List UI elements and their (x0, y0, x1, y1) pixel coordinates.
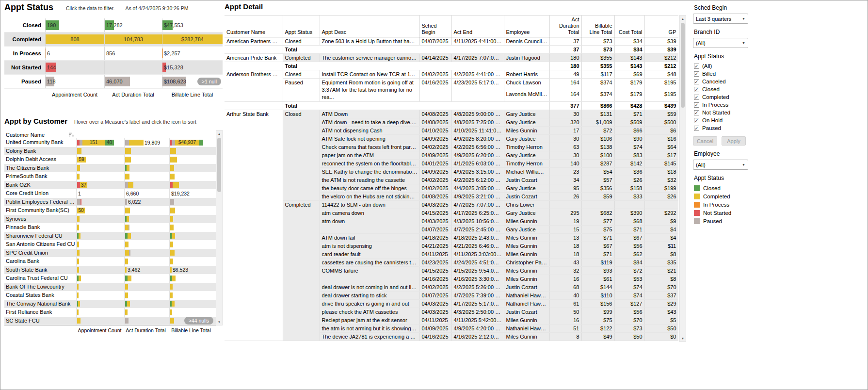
cost-total-cell[interactable]: $66 (614, 127, 644, 135)
customer-name[interactable]: Publix Employees Federal Credi... (4, 198, 76, 207)
customer-name[interactable]: Bank OZK (4, 181, 76, 190)
bar-segment[interactable] (125, 292, 128, 298)
status-bar-cell[interactable]: 856 (104, 47, 162, 60)
act-duration-cell[interactable]: 164 (549, 90, 581, 102)
sched-begin-cell[interactable]: 04/02/2025 (419, 176, 451, 184)
apply-button[interactable]: Apply (722, 136, 746, 146)
col-header-appt-desc[interactable]: Appt Desc (320, 16, 419, 37)
gp-cell[interactable]: $39 (644, 37, 678, 46)
billable-line-cell[interactable]: $374 (581, 90, 614, 102)
status-bar-cell[interactable]: 46,070 (104, 75, 162, 88)
act-end-cell[interactable]: 4/2/2025 5:26:00 PM (451, 283, 504, 292)
appt-desc-cell[interactable]: the atm is not arming but it is showing … (320, 325, 419, 333)
status-bar-cell[interactable]: $282,784 (162, 32, 223, 46)
employee-cell[interactable]: Dennis Councilm.. (504, 37, 549, 46)
billable-line-cell[interactable]: $57 (581, 176, 614, 184)
bar-segment[interactable] (78, 301, 80, 307)
act-end-cell[interactable]: 4/2/2025 4:41:00 PM (451, 70, 504, 79)
bar-segment[interactable] (77, 225, 79, 230)
filter-option-billed[interactable]: ✓Billed (694, 70, 757, 78)
cost-total-cell[interactable]: $56 (614, 308, 644, 316)
act-end-cell[interactable]: 4/18/2025 2:43:00 PM (451, 234, 504, 242)
cost-total-cell[interactable]: $50 (614, 333, 644, 341)
customer-name[interactable]: Carolina Trust Federal CU (4, 274, 76, 283)
employee-cell[interactable]: Miles Gunnin (504, 234, 549, 242)
scroll-up-icon[interactable]: ▲ (216, 130, 222, 137)
customer-name[interactable]: Bank Of The Lowcountry (4, 283, 76, 292)
billable-line-cell[interactable]: $144 (581, 283, 614, 292)
employee-cell[interactable]: Gary Justice (504, 151, 549, 160)
sched-begin-cell[interactable]: 04/15/2025 (419, 209, 451, 217)
act-duration-cell[interactable]: 51 (549, 325, 581, 333)
employee-dropdown[interactable]: (All) ▼ (693, 160, 748, 170)
measure-bar-cell[interactable]: 59 (76, 155, 124, 164)
billable-line-cell[interactable]: $99 (581, 308, 614, 316)
act-duration-cell[interactable]: 61 (549, 300, 581, 308)
measure-bar-cell[interactable] (76, 249, 124, 258)
sort-icon[interactable] (68, 132, 74, 138)
scroll-thumb[interactable] (217, 138, 221, 192)
appt-desc-cell[interactable]: cassettes are causing the cannisters to … (320, 259, 419, 267)
gp-cell[interactable]: $16 (644, 135, 678, 143)
billable-line-cell[interactable]: $77 (581, 217, 614, 226)
bar-segment[interactable] (79, 276, 81, 281)
measure-bar-cell[interactable] (169, 232, 215, 241)
cost-total-cell[interactable]: $390 (614, 209, 644, 217)
appt-desc-cell[interactable]: ATM Safe lock not opening (320, 135, 419, 143)
act-end-cell[interactable]: 4/21/2025 6:46:00 PM (451, 242, 504, 250)
employee-cell[interactable]: Gary Justice (504, 110, 549, 118)
customer-name-cell[interactable]: American Partners FCU (225, 37, 283, 46)
gp-cell[interactable]: $4 (644, 226, 678, 234)
measure-bar-cell[interactable] (76, 198, 124, 207)
bar-segment[interactable] (77, 292, 79, 298)
employee-cell[interactable]: Miles Gunnin (504, 217, 549, 226)
act-duration-cell[interactable]: 13 (549, 234, 581, 242)
appt-desc-cell[interactable]: The device JA2781 is experiencing a COMM… (320, 333, 419, 341)
appt-desc-cell[interactable]: deal drawer starting to stick (320, 292, 419, 300)
bar-segment[interactable] (199, 140, 203, 146)
measure-bar-cell[interactable] (76, 164, 124, 173)
status-bar-cell[interactable]: $47,553 (162, 18, 223, 32)
sched-begin-cell[interactable]: 04/03/2025 (419, 308, 451, 316)
bar-segment[interactable] (170, 174, 175, 179)
measure-bar-cell[interactable] (76, 257, 124, 266)
billable-line-cell[interactable]: $156 (581, 300, 614, 308)
col-header-gp[interactable]: GP (644, 16, 678, 37)
appt-desc-cell[interactable]: the velcro on the Hubs are not sticking … (320, 193, 419, 201)
appt-desc-cell[interactable]: Reciept paper jam at the exit sensor (320, 316, 419, 325)
filter-option-in-process[interactable]: ✓In Process (694, 101, 757, 109)
status-bar-cell[interactable]: 190 (45, 18, 104, 32)
bar-segment[interactable] (170, 309, 172, 315)
cost-total-cell[interactable]: $84 (614, 259, 644, 267)
act-duration-cell[interactable]: 295 (549, 209, 581, 217)
act-end-cell[interactable]: 4/9/2025 3:15:00 PM (451, 168, 504, 176)
appt-desc-cell[interactable]: COMMS failure (320, 267, 419, 283)
bar-segment[interactable] (170, 267, 172, 273)
cost-total-cell[interactable]: $69 (614, 70, 644, 79)
measure-bar-cell[interactable]: 1 (76, 189, 124, 198)
appt-desc-cell[interactable]: Check camera that faces left front parki… (320, 143, 419, 151)
customer-name[interactable]: Pinnacle Bank (4, 223, 76, 232)
bar-segment[interactable] (128, 182, 133, 188)
cost-total-cell[interactable]: $90 (614, 135, 644, 143)
sched-begin-cell[interactable]: 04/01/2025 (419, 160, 451, 168)
bar-segment[interactable] (125, 148, 131, 154)
appt-status-cell[interactable]: Closed (283, 70, 320, 79)
employee-cell[interactable]: Miles Gunnin (504, 267, 549, 275)
filter-option-on-hold[interactable]: ✓On Hold (694, 116, 757, 124)
cost-total-cell[interactable]: $62 (614, 250, 644, 259)
act-duration-cell[interactable]: 43 (549, 259, 581, 267)
customer-name[interactable]: Carolina Bank (4, 257, 76, 266)
sched-begin-cell[interactable]: 04/09/2025 (419, 168, 451, 176)
sched-begin-cell[interactable]: 04/10/2025 (419, 127, 451, 135)
customer-name[interactable]: San Antonio Citizens Fed CU (4, 240, 76, 249)
status-bar-cell[interactable]: $2,257 (162, 47, 223, 60)
appt-desc-cell[interactable]: card reader fault (320, 250, 419, 259)
cost-total-cell[interactable]: $83 (614, 151, 644, 160)
bar-segment[interactable] (125, 242, 129, 247)
cost-total-cell[interactable]: $143 (614, 54, 644, 62)
bar-segment[interactable] (127, 301, 130, 307)
measure-bar-cell[interactable] (169, 181, 215, 190)
act-duration-cell[interactable]: 49 (549, 70, 581, 79)
bar-segment[interactable] (77, 284, 79, 290)
